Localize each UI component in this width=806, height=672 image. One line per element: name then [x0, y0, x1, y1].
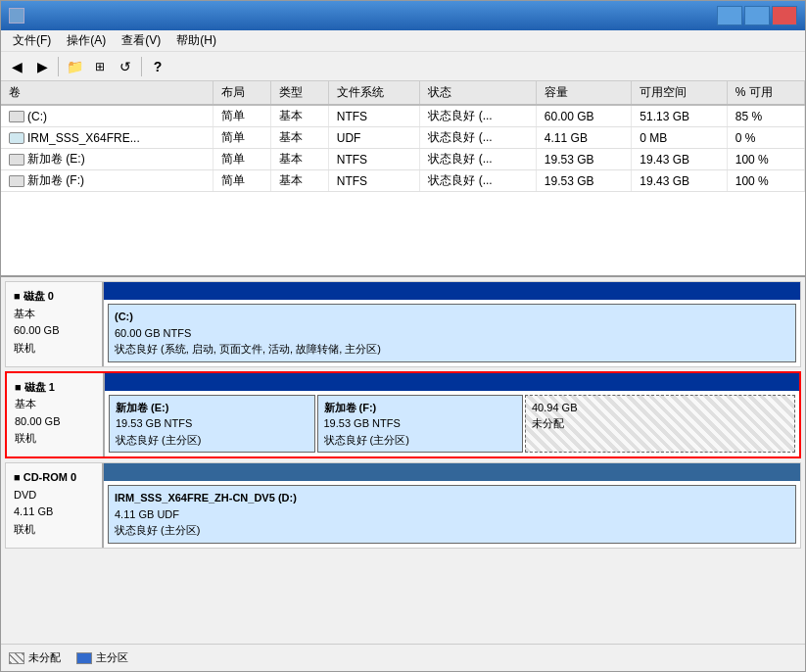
maximize-button[interactable]	[744, 6, 770, 25]
menu-help[interactable]: 帮助(H)	[168, 30, 224, 51]
disk-row-cdrom0: ■ CD-ROM 0 DVD 4.11 GB 联机 IRM_SSS_X64FRE…	[5, 462, 801, 549]
disk-size: 4.11 GB	[14, 504, 94, 521]
cell-filesystem: NTFS	[328, 170, 420, 192]
folder-button[interactable]: 📁	[63, 55, 86, 78]
disk-size: 60.00 GB	[14, 322, 94, 340]
partition-e[interactable]: 新加卷 (E:) 19.53 GB NTFS 状态良好 (主分区)	[109, 395, 315, 454]
disk-status: 联机	[15, 430, 95, 448]
main-content: 卷 布局 类型 文件系统 状态 容量 可用空间 % 可用 (C:) 简单 基	[1, 81, 805, 671]
cell-freepct: 0 %	[727, 127, 804, 149]
cell-type: 基本	[270, 105, 328, 127]
partition-status: 状态良好 (系统, 启动, 页面文件, 活动, 故障转储, 主分区)	[115, 341, 789, 358]
cell-capacity: 19.53 GB	[536, 170, 631, 192]
disk-visual-disk1: 新加卷 (E:) 19.53 GB NTFS 状态良好 (主分区) 新加卷 (F…	[105, 373, 799, 457]
table-row[interactable]: 新加卷 (E:) 简单 基本 NTFS 状态良好 (... 19.53 GB 1…	[1, 149, 805, 170]
partition-name: 新加卷 (F:)	[324, 400, 517, 416]
legend-bar: 未分配 主分区	[1, 644, 805, 671]
back-button[interactable]: ◀	[5, 55, 28, 78]
table-row[interactable]: 新加卷 (F:) 简单 基本 NTFS 状态良好 (... 19.53 GB 1…	[1, 170, 805, 192]
col-status: 状态	[420, 81, 537, 105]
col-freepct: % 可用	[727, 81, 804, 105]
partition-size: 4.11 GB UDF	[115, 506, 789, 523]
cell-layout: 简单	[213, 105, 270, 127]
partition-unalloc1[interactable]: 40.94 GB 未分配	[525, 395, 795, 454]
col-freespace: 可用空间	[632, 81, 727, 105]
cell-status: 状态良好 (...	[420, 127, 537, 149]
disk-bar-header	[105, 373, 799, 391]
disk-name: ■ 磁盘 0	[14, 288, 94, 306]
menu-bar: 文件(F) 操作(A) 查看(V) 帮助(H)	[1, 30, 805, 52]
forward-button[interactable]: ▶	[30, 55, 54, 78]
menu-view[interactable]: 查看(V)	[114, 30, 168, 51]
toolbar-separator-2	[141, 57, 142, 76]
properties-button[interactable]: ⊞	[88, 55, 112, 78]
partition-d[interactable]: IRM_SSS_X64FRE_ZH-CN_DV5 (D:) 4.11 GB UD…	[108, 485, 796, 544]
window: 文件(F) 操作(A) 查看(V) 帮助(H) ◀ ▶ 📁 ⊞ ↺ ? 卷 布局	[0, 0, 806, 672]
col-capacity: 容量	[536, 81, 631, 105]
disk-type: DVD	[14, 487, 94, 504]
title-bar-left	[9, 8, 30, 24]
help-button[interactable]: ?	[146, 55, 169, 78]
disk-info-disk0: ■ 磁盘 0 基本 60.00 GB 联机	[6, 282, 104, 366]
legend-primary: 主分区	[76, 650, 128, 665]
cell-type: 基本	[270, 170, 328, 192]
disk-row-disk0: ■ 磁盘 0 基本 60.00 GB 联机 (C:) 60.00 GB NTFS…	[5, 281, 801, 367]
partition-name: IRM_SSS_X64FRE_ZH-CN_DV5 (D:)	[115, 490, 789, 506]
refresh-button[interactable]: ↺	[114, 55, 137, 78]
unallocated-swatch	[9, 652, 24, 664]
unallocated-label: 未分配	[28, 650, 61, 665]
cell-volume: 新加卷 (F:)	[1, 170, 213, 192]
cell-status: 状态良好 (...	[420, 170, 537, 192]
cell-layout: 简单	[213, 170, 270, 192]
primary-label: 主分区	[96, 650, 128, 665]
toolbar-separator-1	[58, 57, 59, 76]
primary-swatch	[76, 652, 92, 664]
partition-size: 19.53 GB NTFS	[324, 415, 517, 432]
disk-partitions: IRM_SSS_X64FRE_ZH-CN_DV5 (D:) 4.11 GB UD…	[104, 481, 800, 548]
table-header-row: 卷 布局 类型 文件系统 状态 容量 可用空间 % 可用	[1, 81, 805, 105]
cell-filesystem: NTFS	[328, 149, 420, 170]
cell-layout: 简单	[213, 149, 270, 170]
partition-f[interactable]: 新加卷 (F:) 19.53 GB NTFS 状态良好 (主分区)	[317, 395, 524, 454]
cell-freespace: 0 MB	[632, 127, 727, 149]
partition-status: 状态良好 (主分区)	[116, 432, 308, 449]
toolbar: ◀ ▶ 📁 ⊞ ↺ ?	[1, 52, 805, 81]
disk-row-disk1: ■ 磁盘 1 基本 80.00 GB 联机 新加卷 (E:) 19.53 GB …	[5, 371, 801, 459]
partition-name: (C:)	[115, 309, 789, 325]
cell-capacity: 19.53 GB	[536, 149, 631, 170]
table-row[interactable]: (C:) 简单 基本 NTFS 状态良好 (... 60.00 GB 51.13…	[1, 105, 805, 127]
cell-filesystem: UDF	[328, 127, 420, 149]
partition-size: 19.53 GB NTFS	[116, 415, 308, 432]
cell-filesystem: NTFS	[328, 105, 420, 127]
disk-type: 基本	[15, 396, 95, 413]
disk-name: ■ 磁盘 1	[15, 379, 95, 397]
disk-info-cdrom0: ■ CD-ROM 0 DVD 4.11 GB 联机	[6, 463, 104, 548]
disk-info-disk1: ■ 磁盘 1 基本 80.00 GB 联机	[7, 373, 105, 457]
partition-c[interactable]: (C:) 60.00 GB NTFS 状态良好 (系统, 启动, 页面文件, 活…	[108, 304, 796, 362]
disk-type: 基本	[14, 306, 94, 323]
cell-freepct: 100 %	[727, 149, 804, 170]
cell-freespace: 19.43 GB	[632, 170, 727, 192]
disk-partitions: 新加卷 (E:) 19.53 GB NTFS 状态良好 (主分区) 新加卷 (F…	[105, 391, 799, 457]
disk-status: 联机	[14, 340, 94, 358]
cell-type: 基本	[270, 149, 328, 170]
cell-status: 状态良好 (...	[420, 149, 537, 170]
cell-freepct: 100 %	[727, 170, 804, 192]
col-volume: 卷	[1, 81, 213, 105]
menu-action[interactable]: 操作(A)	[59, 30, 114, 51]
cell-capacity: 4.11 GB	[536, 127, 631, 149]
cell-capacity: 60.00 GB	[536, 105, 631, 127]
partition-status: 状态良好 (主分区)	[324, 432, 517, 449]
title-bar	[1, 1, 805, 30]
col-type: 类型	[270, 81, 328, 105]
menu-file[interactable]: 文件(F)	[5, 30, 59, 51]
close-button[interactable]	[772, 6, 797, 25]
minimize-button[interactable]	[717, 6, 742, 25]
table-row[interactable]: IRM_SSS_X64FRE... 简单 基本 UDF 状态良好 (... 4.…	[1, 127, 805, 149]
cell-type: 基本	[270, 127, 328, 149]
cell-volume: 新加卷 (E:)	[1, 149, 213, 170]
partition-size: 60.00 GB NTFS	[115, 325, 789, 342]
col-layout: 布局	[213, 81, 270, 105]
disk-visual-cdrom0: IRM_SSS_X64FRE_ZH-CN_DV5 (D:) 4.11 GB UD…	[104, 463, 800, 548]
cell-volume: IRM_SSS_X64FRE...	[1, 127, 213, 149]
